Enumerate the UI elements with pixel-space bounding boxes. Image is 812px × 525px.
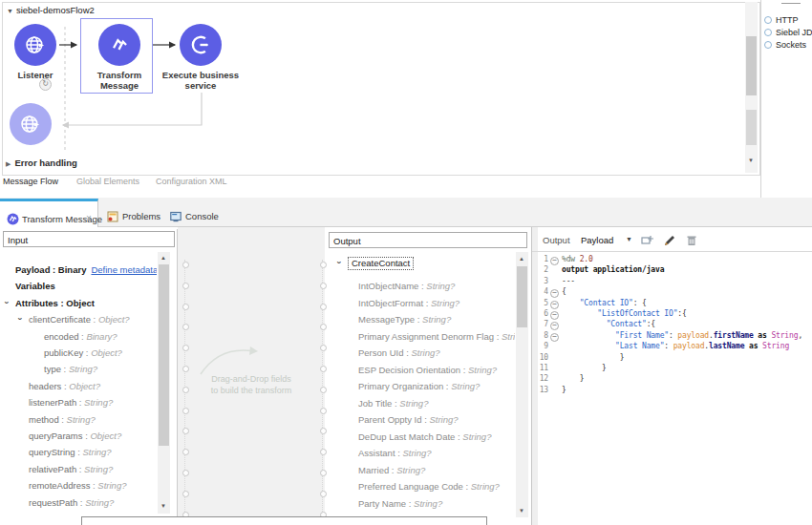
connector-icon — [764, 41, 772, 49]
dropdown-caret-icon[interactable]: ▼ — [626, 236, 632, 242]
canvas-scrollbar[interactable]: ▼ — [745, 2, 758, 173]
output-row-person-uid[interactable]: Person UId : String? — [358, 347, 440, 360]
scrollbar-thumb[interactable] — [159, 264, 169, 446]
anchor-dot[interactable] — [182, 262, 189, 268]
dataweave-editor[interactable]: 1−%dw 2.02output application/java3---4−{… — [533, 253, 812, 525]
error-handling-section[interactable]: ▶Error handling — [6, 158, 77, 168]
chevron-down-icon[interactable]: › — [15, 318, 25, 321]
tab-global-elements[interactable]: Global Elements — [76, 177, 139, 186]
output-row-intobjectformat[interactable]: IntObjectFormat : String? — [358, 298, 459, 310]
chevron-down-icon[interactable]: › — [2, 301, 11, 304]
anchor-dot[interactable] — [182, 283, 189, 289]
scrollbar-segment[interactable] — [746, 110, 757, 145]
scroll-up-icon[interactable]: ▲ — [519, 256, 524, 262]
anchor-dot[interactable] — [320, 470, 327, 476]
output-row-dedup-last-match-date[interactable]: DeDup Last Match Date : String? — [358, 431, 491, 444]
output-row-job-title[interactable]: Job Title : String? — [358, 398, 428, 410]
input-row-Payload[interactable]: Payload : BinaryDefine metadata — [15, 264, 157, 277]
output-scrollbar[interactable]: ▲ ▼ — [516, 252, 528, 517]
scroll-down-icon[interactable]: ▼ — [748, 158, 754, 163]
scroll-down-icon[interactable]: ▼ — [519, 508, 524, 514]
anchor-dot[interactable] — [320, 262, 327, 268]
node-listener[interactable]: ↻ Listener — [14, 24, 56, 66]
field-name: Assistant — [358, 448, 395, 458]
output-row-party-name[interactable]: Party Name : String? — [358, 498, 442, 511]
expand-triangle-icon[interactable]: ▶ — [6, 160, 11, 167]
node-execute-business-service[interactable]: Execute business service — [180, 24, 222, 66]
node-error-globe[interactable] — [10, 103, 52, 145]
edit-icon[interactable] — [663, 234, 676, 247]
scrollbar-thumb[interactable] — [517, 266, 527, 327]
input-row-encoded[interactable]: encoded : Binary? — [44, 331, 118, 344]
output-filter-field[interactable] — [329, 232, 527, 248]
input-row-remoteAddress[interactable]: remoteAddress : String? — [29, 480, 126, 493]
tab-transform-message[interactable]: Transform Message × — [0, 199, 98, 227]
input-row-queryParams[interactable]: queryParams : Object? — [29, 430, 121, 443]
output-row-married[interactable]: Married : String? — [358, 465, 425, 477]
tab-configuration-xml[interactable]: Configuration XML — [156, 177, 227, 186]
scroll-up-icon[interactable]: ▲ — [160, 255, 166, 261]
field-type: String? — [399, 398, 428, 409]
curved-arrow-icon — [178, 336, 325, 378]
input-row-Variables[interactable]: Variables — [15, 281, 55, 293]
anchor-dot[interactable] — [320, 491, 327, 497]
input-row-requestPath[interactable]: requestPath : String? — [29, 497, 114, 510]
output-row-parent-oppty-id[interactable]: Parent Oppty Id : String? — [358, 414, 459, 427]
output-row-esp-decision-orientation[interactable]: ESP Decision Orientation : String? — [358, 365, 497, 377]
fold-minus-icon[interactable]: − — [550, 301, 559, 309]
output-root-createcontact[interactable]: ›CreateContact — [348, 258, 414, 270]
input-row-Attributes[interactable]: ›Attributes : Object — [15, 298, 95, 310]
delete-icon[interactable] — [685, 234, 698, 247]
tab-problems[interactable]: Problems — [99, 199, 160, 226]
input-row-type[interactable]: type : String? — [44, 364, 97, 376]
chevron-down-icon[interactable]: › — [334, 262, 344, 264]
code-line-6: 6− "ListOfContact IO":{ — [533, 309, 687, 320]
input-scrollbar[interactable]: ▲ ▼ — [158, 252, 170, 514]
fold-minus-icon[interactable]: − — [550, 322, 559, 330]
anchor-dot[interactable] — [182, 408, 189, 414]
scrollbar-thumb[interactable] — [746, 36, 757, 95]
globe-icon — [10, 103, 52, 145]
fold-minus-icon[interactable]: − — [550, 289, 559, 298]
palette-item-sockets[interactable]: Sockets — [764, 34, 806, 46]
anchor-dot[interactable] — [182, 491, 189, 497]
code-token — [562, 331, 615, 340]
anchor-dot[interactable] — [182, 470, 189, 476]
fold-minus-icon[interactable]: − — [550, 311, 559, 320]
palette-item-siebel-jdb[interactable]: Siebel JDB — [764, 22, 812, 33]
output-row-intobjectname[interactable]: IntObjectName : String? — [358, 281, 455, 293]
input-row-clientCertificate[interactable]: ›clientCertificate : Object? — [29, 314, 130, 326]
input-row-publicKey[interactable]: publicKey : Object? — [44, 347, 122, 360]
anchor-dot[interactable] — [320, 304, 327, 310]
input-row-headers[interactable]: headers : Object? — [29, 381, 100, 393]
field-type: String? — [451, 381, 480, 391]
input-row-queryString[interactable]: queryString : String? — [29, 447, 112, 459]
new-tab-icon[interactable] — [641, 234, 654, 247]
input-row-relativePath[interactable]: relativePath : String? — [29, 464, 113, 476]
input-row-listenerPath[interactable]: listenerPath : String? — [29, 397, 113, 410]
define-metadata-link[interactable]: Define metadata — [91, 264, 157, 275]
field-type: String? — [69, 364, 97, 374]
tab-console[interactable]: Console — [162, 199, 222, 226]
anchor-dot[interactable] — [320, 408, 327, 414]
close-icon[interactable]: × — [86, 213, 92, 223]
output-row-primary-organization[interactable]: Primary Organization : String? — [358, 381, 480, 393]
script-tab-payload[interactable]: Payload — [581, 235, 613, 245]
line-number: 6 — [533, 309, 548, 318]
node-transform-message[interactable]: Transform Message — [98, 24, 140, 66]
fold-minus-icon[interactable]: − — [550, 257, 559, 265]
scroll-down-icon[interactable]: ▼ — [160, 503, 166, 509]
palette-item-http[interactable]: HTTP — [764, 10, 799, 21]
code-token: { — [562, 287, 566, 296]
code-line-11: 11 } — [533, 364, 607, 374]
output-row-preferred-language-code[interactable]: Preferred Language Code : String? — [358, 481, 500, 494]
tab-message-flow[interactable]: Message Flow — [3, 177, 58, 186]
output-row-assistant[interactable]: Assistant : String? — [358, 448, 432, 460]
output-row-primary-assignment-denorm-flag[interactable]: Primary Assignment Denorm Flag : String? — [358, 331, 515, 344]
input-row-method[interactable]: method : String? — [29, 414, 96, 427]
output-row-messagetype[interactable]: MessageType : String? — [358, 314, 451, 326]
fold-minus-icon[interactable]: − — [550, 333, 559, 342]
anchor-dot[interactable] — [182, 304, 189, 310]
input-filter-field[interactable] — [3, 231, 175, 247]
anchor-dot[interactable] — [320, 283, 327, 289]
